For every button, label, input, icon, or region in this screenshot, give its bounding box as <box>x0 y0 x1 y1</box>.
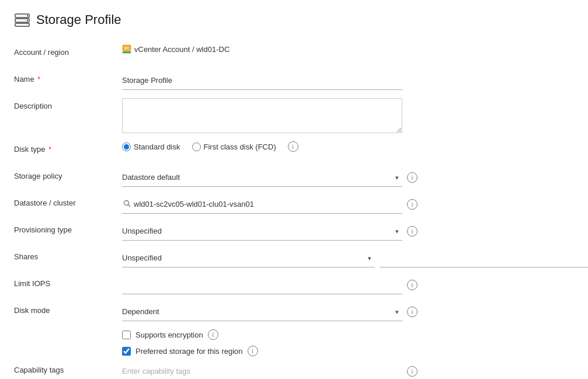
capability-tags-row: Capability tags i <box>14 362 574 379</box>
supports-encryption-checkbox[interactable] <box>122 331 131 339</box>
provisioning-type-row: Provisioning type Unspecified Thin Thick… <box>14 222 574 241</box>
storage-policy-field: Datastore default Other ▾ i <box>122 168 542 187</box>
fcd-disk-option[interactable]: First class disk (FCD) <box>192 142 276 151</box>
provisioning-type-info-icon[interactable]: i <box>407 226 417 237</box>
disk-type-radio-group: Standard disk First class disk (FCD) i <box>122 141 298 152</box>
standard-disk-option[interactable]: Standard disk <box>122 142 180 151</box>
limit-iops-field: i <box>122 276 542 294</box>
name-row: Name * <box>14 71 574 90</box>
disk-type-required-indicator: * <box>48 145 51 154</box>
shares-select[interactable]: Unspecified Low Normal High Custom <box>122 249 375 267</box>
disk-type-info-icon[interactable]: i <box>288 141 298 152</box>
page-header: Storage Profile <box>14 12 574 28</box>
standard-disk-radio[interactable] <box>122 142 131 151</box>
svg-point-4 <box>27 20 28 21</box>
datastore-cluster-field: i <box>122 195 542 214</box>
limit-iops-label: Limit IOPS <box>14 276 122 288</box>
svg-point-8 <box>124 201 129 206</box>
shares-label: Shares <box>14 249 122 261</box>
name-input[interactable] <box>122 71 402 90</box>
preferred-storage-checkbox[interactable] <box>122 347 131 356</box>
page-title: Storage Profile <box>36 12 121 27</box>
name-label: Name * <box>14 71 122 84</box>
description-label: Description <box>14 98 122 110</box>
disk-type-field: Standard disk First class disk (FCD) i <box>122 141 542 152</box>
svg-point-3 <box>27 15 28 16</box>
supports-encryption-info-icon[interactable]: i <box>208 329 218 340</box>
description-input[interactable] <box>122 98 402 133</box>
storage-policy-label: Storage policy <box>14 168 122 180</box>
svg-line-9 <box>128 205 131 207</box>
name-required-indicator: * <box>37 75 40 84</box>
svg-rect-6 <box>123 51 131 53</box>
storage-policy-select-wrapper: Datastore default Other ▾ <box>122 168 402 187</box>
supports-encryption-label[interactable]: Supports encryption <box>135 331 203 339</box>
storage-policy-info-icon[interactable]: i <box>407 172 417 183</box>
datastore-input-wrapper <box>122 195 402 214</box>
storage-profile-page: Storage Profile Account / region VC vCen… <box>0 0 588 379</box>
preferred-storage-row: Preferred storage for this region i <box>122 346 574 356</box>
description-field <box>122 98 542 133</box>
svg-rect-2 <box>15 23 29 26</box>
storage-policy-row: Storage policy Datastore default Other ▾… <box>14 168 574 187</box>
capability-tags-label: Capability tags <box>14 362 122 374</box>
datastore-cluster-label: Datastore / cluster <box>14 195 122 207</box>
svg-text:VC: VC <box>124 46 130 50</box>
datastore-cluster-row: Datastore / cluster i <box>14 195 574 214</box>
description-row: Description <box>14 98 574 133</box>
disk-mode-field: Dependent Independent persistent Indepen… <box>122 302 542 321</box>
limit-iops-info-icon[interactable]: i <box>407 280 417 290</box>
preferred-storage-info-icon[interactable]: i <box>248 346 258 356</box>
provisioning-type-select-wrapper: Unspecified Thin Thick ▾ <box>122 222 402 241</box>
account-region-field: VC vCenter Account / wld01-DC <box>122 44 542 54</box>
disk-mode-label: Disk mode <box>14 302 122 315</box>
account-region-label: Account / region <box>14 44 122 57</box>
account-region-value: VC vCenter Account / wld01-DC <box>122 44 229 54</box>
standard-disk-label: Standard disk <box>134 142 180 151</box>
provisioning-type-select[interactable]: Unspecified Thin Thick <box>122 222 402 241</box>
shares-select-wrapper: Unspecified Low Normal High Custom ▾ <box>122 249 375 267</box>
storage-policy-select[interactable]: Datastore default Other <box>122 168 402 187</box>
supports-encryption-row: Supports encryption i <box>122 329 574 340</box>
disk-mode-select[interactable]: Dependent Independent persistent Indepen… <box>122 302 402 321</box>
name-field <box>122 71 542 90</box>
limit-iops-row: Limit IOPS i <box>14 276 574 294</box>
datastore-search-icon <box>123 200 131 209</box>
provisioning-type-label: Provisioning type <box>14 222 122 234</box>
shares-field: Unspecified Low Normal High Custom ▾ i <box>122 249 588 267</box>
fcd-disk-label: First class disk (FCD) <box>204 142 276 151</box>
limit-iops-input[interactable] <box>122 276 402 294</box>
disk-mode-info-icon[interactable]: i <box>407 307 417 317</box>
capability-tags-input[interactable] <box>122 362 402 379</box>
vcenter-icon: VC <box>122 44 131 54</box>
disk-mode-select-wrapper: Dependent Independent persistent Indepen… <box>122 302 402 321</box>
storage-icon <box>14 12 30 28</box>
shares-row: Shares Unspecified Low Normal High Custo… <box>14 249 574 267</box>
fcd-disk-radio[interactable] <box>192 142 201 151</box>
provisioning-type-field: Unspecified Thin Thick ▾ i <box>122 222 542 241</box>
preferred-storage-label[interactable]: Preferred storage for this region <box>135 347 243 356</box>
capability-tags-field: i <box>122 362 574 379</box>
capability-tags-info-icon[interactable]: i <box>407 366 417 377</box>
shares-extra-input[interactable] <box>380 249 588 267</box>
disk-type-label: Disk type * <box>14 141 122 154</box>
account-region-row: Account / region VC vCenter Account / wl… <box>14 44 574 63</box>
disk-type-row: Disk type * Standard disk First class di… <box>14 141 574 160</box>
datastore-cluster-info-icon[interactable]: i <box>407 199 417 210</box>
disk-mode-row: Disk mode Dependent Independent persiste… <box>14 302 574 321</box>
datastore-cluster-input[interactable] <box>122 195 402 214</box>
